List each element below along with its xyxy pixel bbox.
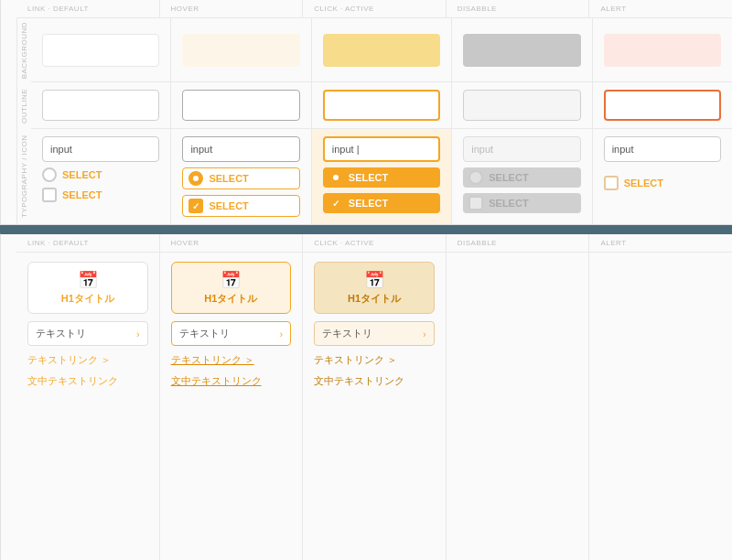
radio-disabled bbox=[468, 170, 483, 185]
outline-cell-default bbox=[31, 82, 171, 128]
bg-box-hover bbox=[182, 34, 299, 67]
radio-hover[interactable] bbox=[188, 171, 203, 186]
bottom-section: LINK · DEFAULT HOVER CLICK · ACTIVE DISA… bbox=[0, 234, 732, 560]
bg-cell-disabled bbox=[452, 18, 592, 81]
calendar-icon-active: 📅 bbox=[364, 270, 384, 290]
radio-active[interactable] bbox=[328, 170, 343, 185]
typo-label: TYPOGRAPHY / ICON bbox=[16, 129, 31, 224]
typo-cell-alert: input SELECT bbox=[593, 129, 732, 224]
mid-separator bbox=[0, 225, 732, 234]
radio-select-active[interactable]: SELECT bbox=[323, 167, 440, 188]
chevron-icon-active: › bbox=[423, 328, 426, 339]
bottom-cell-hover: 📅 H1タイトル テキストリ › テキストリンク ＞ 文中テキストリンク bbox=[160, 253, 304, 560]
main-container: LINK · DEFAULT HOVER CLICK · ACTIVE DISA… bbox=[0, 0, 732, 560]
bottom-header-disabled: DISABBLE bbox=[447, 234, 590, 252]
bottom-side-label bbox=[0, 234, 16, 560]
calendar-icon-hover: 📅 bbox=[221, 270, 241, 290]
radio-default[interactable] bbox=[42, 167, 57, 182]
checkbox-active[interactable] bbox=[328, 196, 343, 210]
bg-cell-hover bbox=[171, 18, 311, 81]
header-hover: HOVER bbox=[160, 0, 304, 17]
checkbox-alert[interactable] bbox=[604, 176, 619, 190]
typo-cell-hover: input SELECT SELECT bbox=[171, 129, 311, 224]
bg-box-disabled bbox=[463, 34, 580, 67]
header-link-default: LINK · DEFAULT bbox=[16, 0, 160, 17]
bg-cell-active bbox=[312, 18, 452, 81]
list-btn-hover[interactable]: テキストリ › bbox=[171, 321, 292, 346]
checkbox-hover[interactable] bbox=[188, 199, 203, 213]
bottom-cell-active: 📅 H1タイトル テキストリ › テキストリンク ＞ 文中テキストリンク bbox=[303, 253, 447, 560]
outline-cell-disabled bbox=[452, 82, 592, 128]
text-link-hover[interactable]: テキストリンク ＞ bbox=[171, 353, 254, 367]
checkbox-select-disabled: SELECT bbox=[463, 193, 580, 213]
outline-cell-active bbox=[312, 82, 452, 128]
checkbox-select-active[interactable]: SELECT bbox=[323, 193, 440, 213]
radio-select-default[interactable]: SELECT bbox=[42, 167, 159, 182]
chevron-icon-default: › bbox=[136, 328, 140, 339]
input-disabled: input bbox=[463, 136, 580, 162]
inline-link-default[interactable]: 文中テキストリンク bbox=[27, 374, 118, 388]
header-disabble: DISABBLE bbox=[447, 0, 590, 17]
list-btn-default[interactable]: テキストリ › bbox=[27, 321, 148, 346]
header-click-active: CLICK · ACTIVE bbox=[303, 0, 447, 17]
bg-box-alert bbox=[604, 34, 721, 67]
outline-cell-alert bbox=[593, 82, 732, 128]
bottom-grid: LINK · DEFAULT HOVER CLICK · ACTIVE DISA… bbox=[16, 234, 732, 560]
top-side-label bbox=[0, 0, 16, 224]
bottom-header-link-default: LINK · DEFAULT bbox=[16, 234, 160, 252]
outline-box-disabled bbox=[463, 90, 580, 121]
input-active[interactable]: input | bbox=[323, 136, 440, 162]
checkbox-select-default[interactable]: SELECT bbox=[42, 188, 159, 202]
top-section: LINK · DEFAULT HOVER CLICK · ACTIVE DISA… bbox=[0, 0, 732, 225]
card-btn-default[interactable]: 📅 H1タイトル bbox=[27, 262, 148, 314]
list-btn-active[interactable]: テキストリ › bbox=[314, 321, 435, 346]
header-alert: ALERT bbox=[589, 0, 732, 17]
chevron-icon-hover: › bbox=[280, 328, 284, 339]
background-label: BACKGROUND bbox=[16, 18, 31, 82]
card-btn-hover[interactable]: 📅 H1タイトル bbox=[171, 262, 292, 314]
input-default[interactable]: input bbox=[42, 136, 159, 162]
top-grid: LINK · DEFAULT HOVER CLICK · ACTIVE DISA… bbox=[16, 0, 732, 224]
card-btn-active[interactable]: 📅 H1タイトル bbox=[314, 262, 435, 314]
inline-link-active[interactable]: 文中テキストリンク bbox=[314, 374, 404, 388]
typo-cell-active: input | SELECT SELECT bbox=[312, 129, 452, 224]
bottom-cell-disabled bbox=[447, 253, 590, 560]
bg-box-default bbox=[42, 34, 159, 67]
typo-row-area: TYPOGRAPHY / ICON input SELECT bbox=[16, 129, 732, 224]
input-alert[interactable]: input bbox=[604, 136, 721, 162]
outline-label: OUTLINE bbox=[16, 82, 31, 129]
typo-cell-default: input SELECT SELECT bbox=[31, 129, 171, 224]
radio-select-disabled: SELECT bbox=[463, 167, 580, 188]
bottom-headers-row: LINK · DEFAULT HOVER CLICK · ACTIVE DISA… bbox=[16, 234, 732, 253]
text-link-active[interactable]: テキストリンク ＞ bbox=[314, 353, 397, 367]
bottom-header-active: CLICK · ACTIVE bbox=[303, 234, 447, 252]
outline-box-active bbox=[323, 90, 440, 121]
bg-cell-default bbox=[31, 18, 171, 81]
headers-row: LINK · DEFAULT HOVER CLICK · ACTIVE DISA… bbox=[16, 0, 732, 18]
bottom-cell-default: 📅 H1タイトル テキストリ › テキストリンク ＞ 文中テキストリンク bbox=[16, 253, 160, 560]
input-hover[interactable]: input bbox=[182, 136, 299, 162]
bottom-header-hover: HOVER bbox=[160, 234, 304, 252]
checkbox-default[interactable] bbox=[42, 188, 57, 202]
bg-cell-alert bbox=[593, 18, 732, 81]
outline-row-area: OUTLINE bbox=[16, 82, 732, 129]
inline-link-hover[interactable]: 文中テキストリンク bbox=[171, 374, 262, 388]
text-link-default[interactable]: テキストリンク ＞ bbox=[27, 353, 111, 367]
background-row-area: BACKGROUND bbox=[16, 18, 732, 82]
bottom-cell-alert bbox=[589, 253, 732, 560]
bottom-content-row: 📅 H1タイトル テキストリ › テキストリンク ＞ 文中テキストリンク bbox=[16, 253, 732, 560]
outline-box-hover bbox=[182, 90, 299, 121]
outline-cell-hover bbox=[171, 82, 311, 128]
checkbox-select-hover[interactable]: SELECT bbox=[182, 195, 299, 217]
checkbox-select-alert[interactable]: SELECT bbox=[604, 173, 721, 193]
outline-box-default bbox=[42, 90, 159, 121]
checkbox-disabled bbox=[468, 196, 483, 210]
typo-cell-disabled: input SELECT SELECT bbox=[452, 129, 592, 224]
calendar-icon-default: 📅 bbox=[78, 270, 98, 290]
bottom-header-alert: ALERT bbox=[589, 234, 732, 252]
radio-select-hover[interactable]: SELECT bbox=[182, 167, 299, 189]
bg-box-active bbox=[323, 34, 440, 67]
outline-box-alert bbox=[604, 90, 721, 121]
